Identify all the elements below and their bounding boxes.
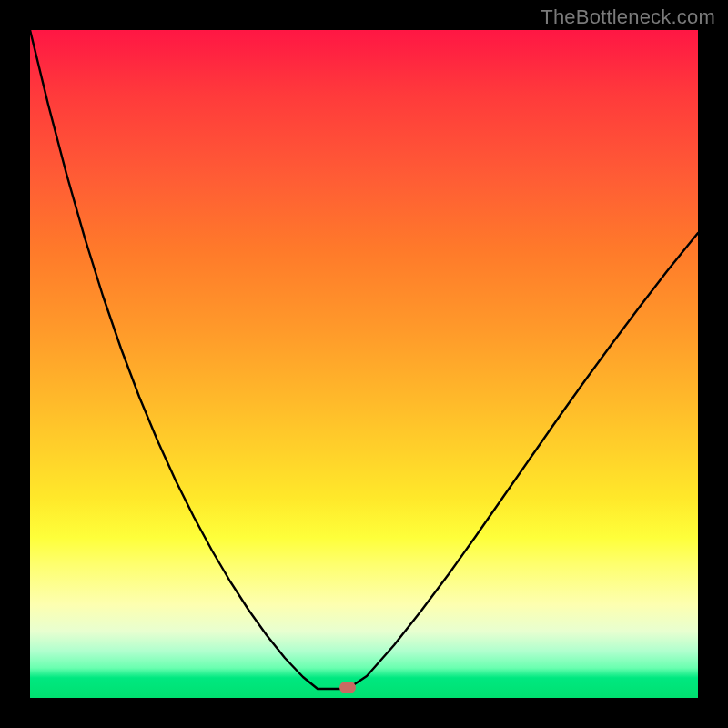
chart-frame: TheBottleneck.com xyxy=(0,0,728,728)
plot-area xyxy=(30,30,698,698)
bottleneck-curve xyxy=(30,30,698,698)
optimum-marker xyxy=(339,682,356,693)
watermark-text: TheBottleneck.com xyxy=(541,5,715,29)
